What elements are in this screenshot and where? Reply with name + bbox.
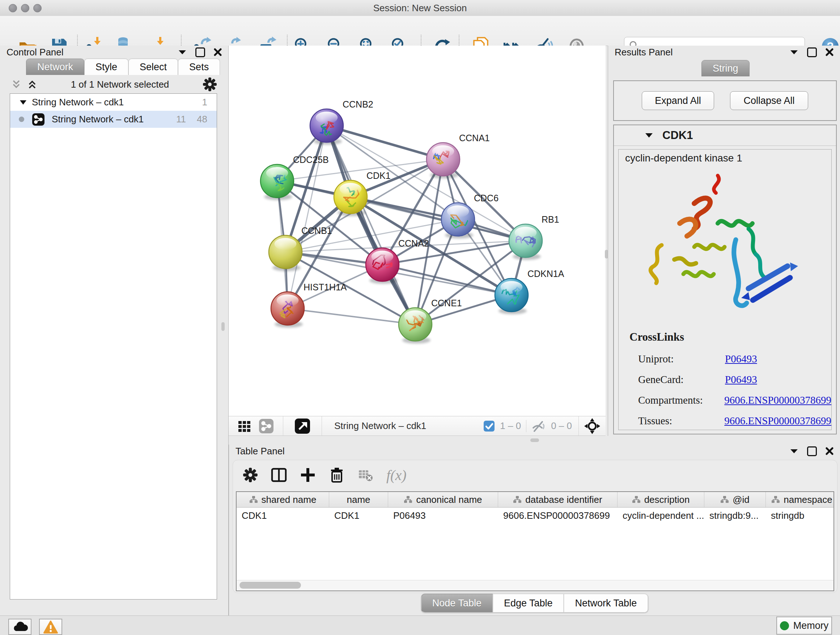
network-edge-CCNB2-CCNE1[interactable] [327,126,415,325]
column-label: @id [733,494,750,505]
network-node-CCNB2[interactable]: CCNB2 [310,99,373,145]
crosslink-row: Tissues:9606.ENSP00000378699 [630,410,831,430]
warnings-button[interactable] [39,619,62,635]
float-panel-icon[interactable] [195,48,205,57]
crosslink-row: GeneCard:P06493 [630,369,831,390]
close-panel-icon[interactable] [214,48,222,56]
crosslink-label: Tissues: [630,415,724,427]
birdseye-crosshair-icon[interactable] [584,418,600,434]
network-edge-CCNB2-HIST1H1A[interactable] [287,126,327,309]
network-row[interactable]: String Network – cdk1 11 48 [10,111,217,128]
section-expander-icon[interactable] [645,133,653,138]
expand-all-icon[interactable] [27,79,38,90]
scrollbar-thumb[interactable] [240,582,301,589]
column-header--id[interactable]: @id [704,492,766,507]
tab-network[interactable]: Network [26,59,84,75]
collapse-all-icon[interactable] [11,79,22,90]
selected-checkbox-icon[interactable] [483,420,495,432]
column-header-description[interactable]: description [617,492,704,507]
column-header-name[interactable]: name [329,492,388,507]
cell--id[interactable]: stringdb:9... [704,510,766,521]
delete-column-icon[interactable] [328,467,345,483]
collection-expander-icon[interactable] [19,100,27,105]
expand-all-button[interactable]: Expand All [642,91,714,110]
panel-menu-icon[interactable] [178,49,187,55]
table-row[interactable]: CDK1CDK1P064939606.ENSP00000378699cyclin… [237,508,834,524]
tab-sets[interactable]: Sets [178,59,220,75]
network-node-HIST1H1A[interactable]: HIST1H1A [271,282,347,328]
float-panel-icon[interactable] [807,447,817,456]
node-count: 11 [176,114,186,125]
node-gloss-decoration [447,205,469,217]
node-section-header[interactable]: CDK1 [614,125,836,146]
tab-edge-table[interactable]: Edge Table [493,594,564,613]
panel-menu-icon[interactable] [790,49,798,55]
hidden-eye-icon[interactable] [531,420,546,432]
horizontal-splitter-handle[interactable] [531,439,539,442]
network-node-CCNE1[interactable]: CCNE1 [399,298,462,344]
network-view-share-icon[interactable] [259,419,273,433]
cloud-button[interactable] [8,619,32,635]
column-header-database-identifier[interactable]: database identifier [498,492,617,507]
crosslinks-section: CrossLinks Uniprot:P06493GeneCard:P06493… [630,331,831,430]
edge-count: 48 [197,114,207,125]
tab-network-table[interactable]: Network Table [564,594,648,613]
network-node-CCNA1[interactable]: CCNA1 [426,133,490,179]
network-edge-CCNA2-CDKN1A[interactable] [382,264,512,295]
cell-database-identifier[interactable]: 9606.ENSP00000378699 [498,510,617,521]
show-columns-icon[interactable] [271,467,287,483]
node-label-CCNE1: CCNE1 [431,298,462,308]
collapse-all-button[interactable]: Collapse All [730,91,808,110]
network-edge-HIST1H1A-CCNE1[interactable] [287,309,415,325]
close-panel-icon[interactable] [826,48,834,56]
crosslink-value-link[interactable]: 9606.ENSP00000378699 [724,415,831,427]
network-node-RB1[interactable]: RB1 [509,214,559,260]
add-column-icon[interactable] [300,467,316,483]
left-splitter-handle[interactable] [221,322,225,331]
cell-shared-name[interactable]: CDK1 [237,510,329,521]
column-header-namespace[interactable]: namespace [766,492,834,507]
tab-node-table[interactable]: Node Table [421,594,493,613]
cell-namespace[interactable]: stringdb [766,510,834,521]
node-label-CDK1: CDK1 [366,171,391,181]
memory-button[interactable]: Memory [776,616,832,635]
network-node-CDC25B[interactable]: CDC25B [261,155,329,200]
network-node-CDKN1A[interactable]: CDKN1A [495,269,564,314]
table-gear-icon[interactable] [242,467,258,483]
tab-select[interactable]: Select [128,59,178,75]
table-panel: Table Panel [229,445,840,616]
node-label-CCNA1: CCNA1 [459,133,490,143]
cell-description[interactable]: cyclin-dependent ... [617,510,704,521]
crosslink-value-link[interactable]: 9606.ENSP00000378699 [724,394,831,406]
close-panel-icon[interactable] [826,447,834,455]
crosslink-value-link[interactable]: P06493 [725,353,757,365]
node-gloss-decoration [515,226,537,239]
network-canvas[interactable]: CCNB2CCNA1CDC25BCDK1CDC6RB1CCNB1CCNA2CDK… [229,46,606,416]
node-gloss-decoration [277,295,299,306]
horizontal-splitter[interactable] [229,436,840,445]
column-header-shared-name[interactable]: shared name [237,492,329,507]
node-gloss-decoration [316,111,338,124]
node-gloss-decoration [340,183,362,195]
gear-icon[interactable] [202,77,218,92]
network-edge-CCNB2-CCNA1[interactable] [327,126,443,159]
tab-string[interactable]: String [701,60,750,76]
network-collection-row[interactable]: String Network – cdk1 1 [10,94,217,111]
column-label: database identifier [525,494,602,505]
crosslink-label: Compartments: [630,394,724,406]
float-panel-icon[interactable] [807,48,817,57]
grid-view-icon[interactable] [238,420,251,432]
column-header-canonical-name[interactable]: canonical name [388,492,498,507]
table-horizontal-scrollbar[interactable] [237,580,834,591]
column-label: namespace [783,494,832,505]
tab-style[interactable]: Style [84,59,128,75]
cell-canonical-name[interactable]: P06493 [388,510,498,521]
panel-menu-icon[interactable] [790,448,798,454]
network-node-CDK1[interactable]: CDK1 [334,171,391,216]
cell-name[interactable]: CDK1 [329,510,388,521]
node-gloss-decoration [501,281,523,293]
detach-view-icon[interactable] [295,418,310,434]
network-graph[interactable]: CCNB2CCNA1CDC25BCDK1CDC6RB1CCNB1CCNA2CDK… [229,46,606,416]
crosslink-value-link[interactable]: P06493 [725,374,757,386]
network-share-icon [32,113,44,126]
